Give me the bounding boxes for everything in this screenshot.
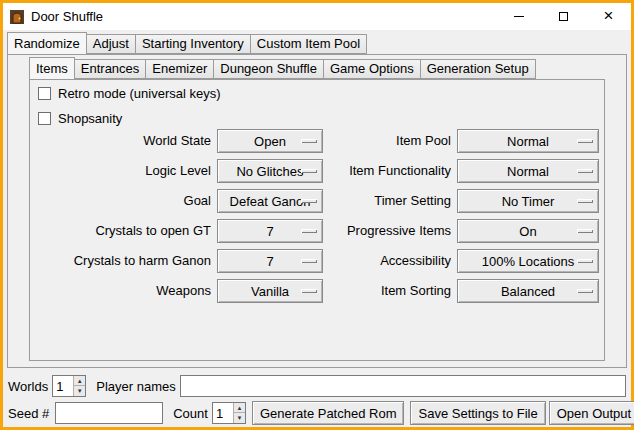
dropdown-item-functionality[interactable]: Normal xyxy=(457,159,599,183)
label-timer-setting: Timer Setting xyxy=(329,189,451,213)
player-names-input[interactable] xyxy=(180,375,626,397)
dropdown-crystals-open-gt[interactable]: 7 xyxy=(217,219,323,243)
dropdown-indicator-icon xyxy=(301,139,317,143)
dropdown-value: 7 xyxy=(266,254,273,269)
title-bar[interactable]: Door Shuffle × xyxy=(3,3,631,30)
dropdown-progressive-items[interactable]: On xyxy=(457,219,599,243)
maximize-button[interactable] xyxy=(541,3,586,30)
dropdown-indicator-icon xyxy=(301,199,317,203)
window-title: Door Shuffle xyxy=(31,9,103,24)
tab-entrances[interactable]: Entrances xyxy=(74,59,147,79)
dropdown-weapons[interactable]: Vanilla xyxy=(217,279,323,303)
open-output-directory-button[interactable]: Open Output Directory xyxy=(549,401,634,425)
sub-tab-bar: Items Entrances Enemizer Dungeon Shuffle… xyxy=(29,58,536,79)
dropdown-value: Balanced xyxy=(501,284,555,299)
label-weapons: Weapons xyxy=(33,279,211,303)
seed-input[interactable] xyxy=(55,402,163,424)
dropdown-goal[interactable]: Defeat Ganon xyxy=(217,189,323,213)
dropdown-world-state[interactable]: Open xyxy=(217,129,323,153)
dropdown-value: Vanilla xyxy=(251,284,289,299)
label-logic-level: Logic Level xyxy=(33,159,211,183)
seed-label: Seed # xyxy=(8,406,49,421)
dropdown-item-pool[interactable]: Normal xyxy=(457,129,599,153)
checkbox-retro-mode[interactable]: Retro mode (universal keys) xyxy=(38,86,221,101)
spinner-buttons: ▲ ▼ xyxy=(73,376,85,396)
label-crystals-harm-ganon: Crystals to harm Ganon xyxy=(33,249,211,273)
label-item-sorting: Item Sorting xyxy=(329,279,451,303)
dropdown-indicator-icon xyxy=(301,259,317,263)
spinner-down-icon[interactable]: ▼ xyxy=(74,386,85,396)
worlds-input[interactable] xyxy=(53,376,73,396)
tab-randomize[interactable]: Randomize xyxy=(7,32,87,55)
window-controls: × xyxy=(496,3,631,30)
tab-dungeon-shuffle[interactable]: Dungeon Shuffle xyxy=(213,59,324,79)
label-item-pool: Item Pool xyxy=(329,129,451,153)
close-icon: × xyxy=(604,7,614,24)
spinner-buttons: ▲ ▼ xyxy=(233,403,245,423)
label-item-functionality: Item Functionality xyxy=(329,159,451,183)
dropdown-indicator-icon xyxy=(577,139,593,143)
dropdown-indicator-icon xyxy=(301,229,317,233)
label-accessibility: Accessibility xyxy=(329,249,451,273)
dropdown-logic-level[interactable]: No Glitches xyxy=(217,159,323,183)
dropdown-indicator-icon xyxy=(577,199,593,203)
dropdown-indicator-icon xyxy=(577,289,593,293)
dropdown-indicator-icon xyxy=(301,169,317,173)
dropdown-item-sorting[interactable]: Balanced xyxy=(457,279,599,303)
label-progressive-items: Progressive Items xyxy=(329,219,451,243)
dropdown-value: Open xyxy=(254,134,286,149)
dropdown-crystals-harm-ganon[interactable]: 7 xyxy=(217,249,323,273)
minimize-icon xyxy=(514,16,524,17)
dropdown-indicator-icon xyxy=(577,229,593,233)
tab-starting-inventory[interactable]: Starting Inventory xyxy=(135,34,251,54)
dropdown-timer-setting[interactable]: No Timer xyxy=(457,189,599,213)
dropdown-value: Normal xyxy=(507,164,549,179)
spinner-up-icon[interactable]: ▲ xyxy=(74,376,85,386)
randomize-pane: Items Entrances Enemizer Dungeon Shuffle… xyxy=(7,54,627,368)
footer-row-1: Worlds ▲ ▼ Player names xyxy=(8,374,626,398)
label-goal: Goal xyxy=(33,189,211,213)
items-pane: Retro mode (universal keys) Shopsanity W… xyxy=(29,79,605,361)
checkbox-shopsanity[interactable]: Shopsanity xyxy=(38,111,122,126)
dropdown-value: No Timer xyxy=(502,194,555,209)
player-names-label: Player names xyxy=(96,379,175,394)
count-label: Count xyxy=(173,406,208,421)
spinner-up-icon[interactable]: ▲ xyxy=(234,403,245,413)
save-settings-button[interactable]: Save Settings to File xyxy=(410,401,545,425)
count-input[interactable] xyxy=(213,403,233,423)
footer-row-2: Seed # Count ▲ ▼ Generate Patched Rom Sa… xyxy=(8,401,626,425)
client-area: Randomize Adjust Starting Inventory Cust… xyxy=(3,30,631,427)
count-spinner[interactable]: ▲ ▼ xyxy=(212,402,246,424)
close-button[interactable]: × xyxy=(586,3,631,30)
items-form: World State Open Item Pool Normal Logic … xyxy=(33,129,599,303)
spinner-down-icon[interactable]: ▼ xyxy=(234,413,245,423)
worlds-spinner[interactable]: ▲ ▼ xyxy=(52,375,86,397)
checkbox-box-icon[interactable] xyxy=(38,87,51,100)
dropdown-indicator-icon xyxy=(301,289,317,293)
checkbox-label: Shopsanity xyxy=(58,111,122,126)
label-crystals-open-gt: Crystals to open GT xyxy=(33,219,211,243)
tab-adjust[interactable]: Adjust xyxy=(86,34,136,54)
dropdown-value: Normal xyxy=(507,134,549,149)
dropdown-accessibility[interactable]: 100% Locations xyxy=(457,249,599,273)
tab-enemizer[interactable]: Enemizer xyxy=(145,59,214,79)
worlds-label: Worlds xyxy=(8,379,48,394)
dropdown-value: 100% Locations xyxy=(482,254,575,269)
dropdown-indicator-icon xyxy=(577,259,593,263)
tab-items[interactable]: Items xyxy=(29,57,75,80)
window: Door Shuffle × Randomize Adjust Starting… xyxy=(0,0,634,430)
minimize-button[interactable] xyxy=(496,3,541,30)
generate-patched-rom-button[interactable]: Generate Patched Rom xyxy=(252,401,405,425)
main-tab-bar: Randomize Adjust Starting Inventory Cust… xyxy=(7,33,367,54)
label-world-state: World State xyxy=(33,129,211,153)
app-icon xyxy=(9,9,25,25)
tab-generation-setup[interactable]: Generation Setup xyxy=(420,59,536,79)
dropdown-value: On xyxy=(519,224,536,239)
tab-custom-item-pool[interactable]: Custom Item Pool xyxy=(250,34,367,54)
checkbox-box-icon[interactable] xyxy=(38,112,51,125)
dropdown-value: Defeat Ganon xyxy=(230,194,311,209)
dropdown-value: No Glitches xyxy=(236,164,303,179)
tab-game-options[interactable]: Game Options xyxy=(323,59,421,79)
checkbox-label: Retro mode (universal keys) xyxy=(58,86,221,101)
maximize-icon xyxy=(559,12,568,21)
